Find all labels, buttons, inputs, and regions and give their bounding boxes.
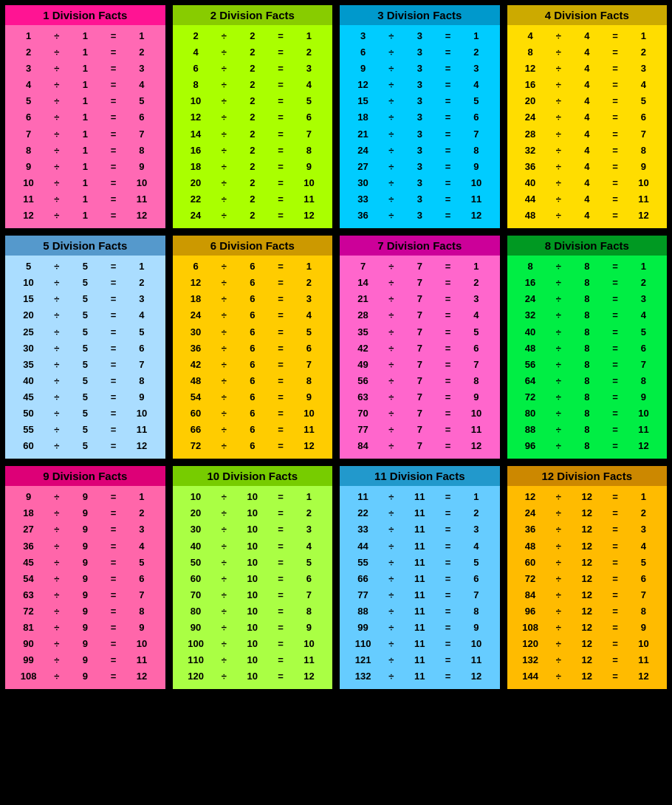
divide-symbol: ÷	[215, 340, 234, 357]
equals-symbol: =	[104, 571, 123, 587]
divisor: 8	[568, 275, 606, 291]
equals-symbol: =	[104, 405, 123, 422]
divide-symbol: ÷	[549, 28, 569, 44]
equals-symbol: =	[606, 571, 625, 587]
equals-symbol: =	[606, 438, 625, 454]
equals-symbol: =	[104, 159, 123, 175]
divisor: 6	[233, 340, 271, 357]
table-row: 40 ÷ 8 = 5	[512, 324, 663, 340]
divisor: 10	[233, 489, 271, 505]
divide-symbol: ÷	[549, 109, 569, 126]
divide-symbol: ÷	[215, 44, 234, 61]
table-row: 45 ÷ 9 = 5	[10, 555, 161, 571]
equals-symbol: =	[104, 61, 123, 77]
equals-symbol: =	[104, 143, 123, 159]
dividend: 8	[512, 44, 549, 61]
equals-symbol: =	[439, 291, 458, 307]
divisor: 8	[568, 389, 606, 405]
divisor: 2	[233, 93, 271, 109]
table-row: 66 ÷ 6 = 11	[177, 422, 329, 438]
divisor: 9	[66, 652, 104, 668]
divide-symbol: ÷	[215, 77, 234, 93]
table-row: 60 ÷ 12 = 5	[512, 555, 663, 571]
quotient: 6	[123, 571, 160, 587]
quotient: 11	[625, 422, 662, 438]
divide-symbol: ÷	[382, 77, 401, 93]
divide-symbol: ÷	[382, 438, 401, 454]
table-row: 18 ÷ 3 = 6	[344, 109, 496, 126]
quotient: 11	[457, 652, 495, 668]
divisor: 5	[66, 258, 104, 275]
equals-symbol: =	[104, 77, 123, 93]
divide-symbol: ÷	[549, 587, 569, 603]
card-3-header: 3 Division Facts	[340, 5, 500, 25]
dividend: 24	[512, 505, 549, 521]
table-row: 132 ÷ 11 = 12	[344, 668, 496, 685]
dividend: 28	[344, 307, 382, 323]
dividend: 81	[10, 620, 47, 636]
equals-symbol: =	[104, 668, 123, 685]
equals-symbol: =	[104, 340, 123, 357]
dividend: 6	[177, 258, 215, 275]
dividend: 9	[10, 489, 47, 505]
divisor: 6	[233, 422, 271, 438]
equals-symbol: =	[104, 652, 123, 668]
divide-symbol: ÷	[549, 555, 569, 571]
divide-symbol: ÷	[47, 555, 66, 571]
dividend: 21	[344, 291, 382, 307]
dividend: 12	[344, 77, 382, 93]
table-row: 21 ÷ 3 = 7	[344, 126, 496, 143]
table-row: 2 ÷ 2 = 1	[177, 28, 329, 44]
divide-symbol: ÷	[382, 307, 401, 323]
table-row: 4 ÷ 1 = 4	[10, 77, 161, 93]
divisor: 8	[568, 291, 606, 307]
dividend: 49	[344, 357, 382, 373]
quotient: 12	[457, 208, 495, 224]
table-row: 48 ÷ 6 = 8	[177, 373, 329, 389]
divide-symbol: ÷	[382, 603, 401, 620]
table-row: 11 ÷ 11 = 1	[344, 489, 496, 505]
divisor: 7	[401, 405, 439, 422]
divisor: 6	[233, 307, 271, 323]
equals-symbol: =	[439, 422, 458, 438]
divide-symbol: ÷	[47, 61, 66, 77]
dividend: 40	[177, 538, 215, 555]
quotient: 3	[625, 61, 662, 77]
divide-symbol: ÷	[47, 668, 66, 685]
table-row: 42 ÷ 7 = 6	[344, 340, 496, 357]
table-row: 48 ÷ 12 = 4	[512, 538, 663, 555]
table-row: 22 ÷ 11 = 2	[344, 505, 496, 521]
divide-symbol: ÷	[215, 28, 234, 44]
table-row: 66 ÷ 11 = 6	[344, 571, 496, 587]
dividend: 16	[512, 275, 549, 291]
table-row: 27 ÷ 9 = 3	[10, 521, 161, 538]
table-row: 108 ÷ 9 = 12	[10, 668, 161, 685]
quotient: 5	[123, 555, 160, 571]
quotient: 4	[625, 307, 662, 323]
quotient: 3	[290, 61, 328, 77]
quotient: 3	[290, 521, 328, 538]
equals-symbol: =	[606, 636, 625, 652]
dividend: 63	[344, 389, 382, 405]
divide-symbol: ÷	[382, 505, 401, 521]
table-row: 60 ÷ 6 = 10	[177, 405, 329, 422]
equals-symbol: =	[439, 77, 458, 93]
divisor: 6	[233, 275, 271, 291]
divisor: 2	[233, 208, 271, 224]
quotient: 8	[123, 603, 160, 620]
quotient: 9	[123, 620, 160, 636]
card-7-header: 7 Division Facts	[340, 236, 500, 256]
quotient: 2	[625, 44, 662, 61]
table-row: 3 ÷ 3 = 1	[344, 28, 496, 44]
divisor: 4	[568, 143, 606, 159]
table-row: 80 ÷ 10 = 8	[177, 603, 329, 620]
card-12-header: 12 Division Facts	[507, 466, 668, 486]
quotient: 8	[290, 373, 328, 389]
table-row: 110 ÷ 11 = 10	[344, 636, 496, 652]
card-9-header: 9 Division Facts	[5, 466, 165, 486]
divide-symbol: ÷	[215, 555, 234, 571]
equals-symbol: =	[271, 275, 290, 291]
table-row: 30 ÷ 10 = 3	[177, 521, 329, 538]
table-row: 96 ÷ 8 = 12	[512, 438, 663, 454]
table-row: 77 ÷ 11 = 7	[344, 587, 496, 603]
